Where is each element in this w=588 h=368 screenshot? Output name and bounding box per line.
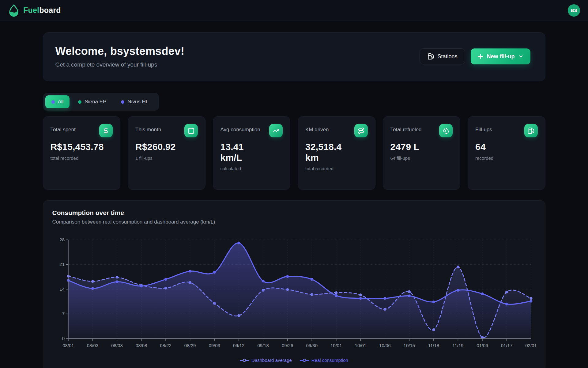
banner-actions: Stations New fill-up bbox=[420, 48, 530, 64]
x-tick-label: 08/01 bbox=[62, 343, 74, 348]
stat-icon-tile bbox=[184, 124, 198, 137]
stat-label: Total spent bbox=[51, 124, 76, 133]
data-point[interactable] bbox=[140, 285, 143, 287]
brand-name: Fuelboard bbox=[23, 6, 61, 15]
chevron-down-icon bbox=[518, 54, 524, 59]
vehicle-filter-label: Nivus HL bbox=[127, 99, 149, 105]
data-point[interactable] bbox=[383, 297, 386, 300]
x-tick-label: 09/12 bbox=[233, 343, 244, 348]
x-tick-label: 09/26 bbox=[281, 343, 293, 348]
stat-subtext: total recorded bbox=[51, 155, 113, 161]
vehicle-dot-icon bbox=[51, 100, 55, 104]
data-point[interactable] bbox=[91, 280, 94, 283]
stat-icon-tile bbox=[99, 124, 113, 137]
consumption-line-chart[interactable]: 0714212808/0108/0308/0308/0808/2208/2909… bbox=[52, 232, 536, 356]
vehicle-filter-label: All bbox=[58, 99, 64, 105]
x-tick-label: 01/17 bbox=[501, 343, 512, 348]
data-point[interactable] bbox=[115, 276, 118, 278]
user-avatar[interactable]: BS bbox=[568, 4, 580, 17]
stat-subtext: 1 fill-ups bbox=[135, 155, 198, 161]
stat-card-header: Avg consumption bbox=[221, 124, 283, 137]
legend-item-dashboard-average: Dashboard average bbox=[240, 358, 292, 363]
vehicle-filter-label: Siena EP bbox=[85, 99, 106, 105]
x-tick-label: 09/30 bbox=[306, 343, 317, 348]
fuel-pump-icon bbox=[427, 53, 434, 60]
data-point[interactable] bbox=[286, 275, 289, 278]
new-fillup-button[interactable]: New fill-up bbox=[471, 48, 530, 64]
legend-marker-icon bbox=[300, 358, 309, 362]
x-tick-label: 11/19 bbox=[452, 343, 463, 348]
stat-subtext: 64 fill-ups bbox=[390, 155, 453, 161]
data-point[interactable] bbox=[359, 297, 362, 300]
stat-value: 32,518.4 km bbox=[305, 142, 368, 163]
stat-card-total-refueled: Total refueled2479 L64 fill-ups bbox=[383, 116, 461, 190]
y-tick-label: 7 bbox=[62, 311, 64, 316]
y-tick-label: 28 bbox=[59, 237, 65, 242]
data-point[interactable] bbox=[505, 291, 508, 293]
y-tick-label: 14 bbox=[59, 286, 65, 292]
data-point[interactable] bbox=[456, 289, 459, 292]
welcome-title: Welcome, bsystemsdev! bbox=[55, 45, 185, 58]
data-point[interactable] bbox=[164, 278, 167, 281]
vehicle-filter-bar: AllSiena EPNivus HL bbox=[43, 93, 159, 111]
legend-item-real-consumption: Real consumption bbox=[300, 358, 348, 363]
brand-name-green: Fuel bbox=[23, 6, 39, 14]
stat-card-avg-consumption: Avg consumption13.41 km/Lcalculated bbox=[213, 116, 291, 190]
data-point[interactable] bbox=[408, 290, 410, 293]
data-point[interactable] bbox=[115, 280, 118, 283]
data-point[interactable] bbox=[335, 291, 337, 294]
data-point[interactable] bbox=[432, 301, 435, 303]
x-tick-label: 10/01 bbox=[355, 343, 366, 348]
data-point[interactable] bbox=[91, 287, 94, 290]
vehicle-dot-icon bbox=[121, 100, 124, 104]
stat-value: 64 bbox=[475, 142, 538, 152]
vehicle-filter-chip-all[interactable]: All bbox=[45, 95, 70, 108]
stat-card-km-driven: KM driven32,518.4 kmtotal recorded bbox=[298, 116, 375, 190]
vehicle-filter-chip-nivus-hl[interactable]: Nivus HL bbox=[115, 95, 155, 108]
stat-value: R$260.92 bbox=[135, 142, 198, 152]
data-point[interactable] bbox=[408, 294, 410, 297]
data-point[interactable] bbox=[189, 270, 191, 273]
legend-label: Dashboard average bbox=[251, 358, 292, 363]
y-tick-label: 21 bbox=[59, 262, 65, 267]
x-tick-label: 08/03 bbox=[87, 343, 98, 348]
stat-card-header: Total spent bbox=[51, 124, 113, 137]
legend-marker-icon bbox=[240, 358, 249, 362]
x-tick-label: 09/18 bbox=[257, 343, 269, 348]
data-point[interactable] bbox=[530, 300, 532, 303]
data-point[interactable] bbox=[530, 297, 532, 300]
brand-name-white: board bbox=[39, 6, 61, 14]
y-tick-label: 0 bbox=[62, 336, 64, 341]
brand-logo[interactable]: Fuelboard bbox=[8, 4, 61, 17]
stations-button[interactable]: Stations bbox=[420, 48, 465, 64]
data-point[interactable] bbox=[262, 280, 264, 282]
data-point[interactable] bbox=[481, 292, 484, 295]
x-tick-label: 08/03 bbox=[111, 343, 123, 348]
stat-card-header: KM driven bbox=[305, 124, 368, 137]
welcome-text-block: Welcome, bsystemsdev! Get a complete ove… bbox=[55, 45, 185, 68]
data-point[interactable] bbox=[213, 271, 216, 274]
x-tick-label: 10/06 bbox=[379, 343, 390, 348]
x-tick-label: 10/01 bbox=[330, 343, 342, 348]
series-area-1 bbox=[68, 243, 531, 339]
data-point[interactable] bbox=[456, 266, 459, 268]
data-point[interactable] bbox=[310, 278, 313, 281]
fuel-drop-icon bbox=[8, 4, 20, 17]
data-point[interactable] bbox=[359, 293, 362, 296]
consumption-chart-card: Consumption over time Comparison between… bbox=[43, 200, 545, 368]
welcome-banner: Welcome, bsystemsdev! Get a complete ove… bbox=[43, 32, 545, 81]
x-tick-label: 10/15 bbox=[403, 343, 415, 348]
stat-card-header: This month bbox=[135, 124, 198, 137]
data-point[interactable] bbox=[335, 294, 337, 297]
legend-label: Real consumption bbox=[311, 358, 348, 363]
stat-card-this-month: This monthR$260.921 fill-ups bbox=[128, 116, 205, 190]
data-point[interactable] bbox=[505, 303, 508, 305]
stat-icon-tile bbox=[524, 124, 538, 137]
x-tick-label: 08/29 bbox=[184, 343, 195, 348]
stat-value: 2479 L bbox=[390, 142, 453, 152]
data-point[interactable] bbox=[237, 242, 240, 244]
stat-card-header: Total refueled bbox=[390, 124, 453, 137]
vehicle-dot-icon bbox=[78, 100, 81, 104]
stat-label: KM driven bbox=[305, 124, 329, 133]
vehicle-filter-chip-siena-ep[interactable]: Siena EP bbox=[72, 95, 112, 108]
